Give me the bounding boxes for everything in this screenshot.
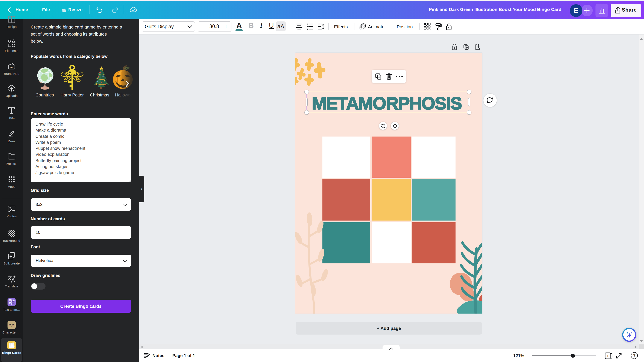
svg-text:TE: TE	[9, 300, 12, 302]
svg-text:XT: XT	[9, 303, 12, 305]
svg-text:1: 1	[607, 354, 608, 358]
svg-text:co.: co.	[10, 66, 13, 68]
